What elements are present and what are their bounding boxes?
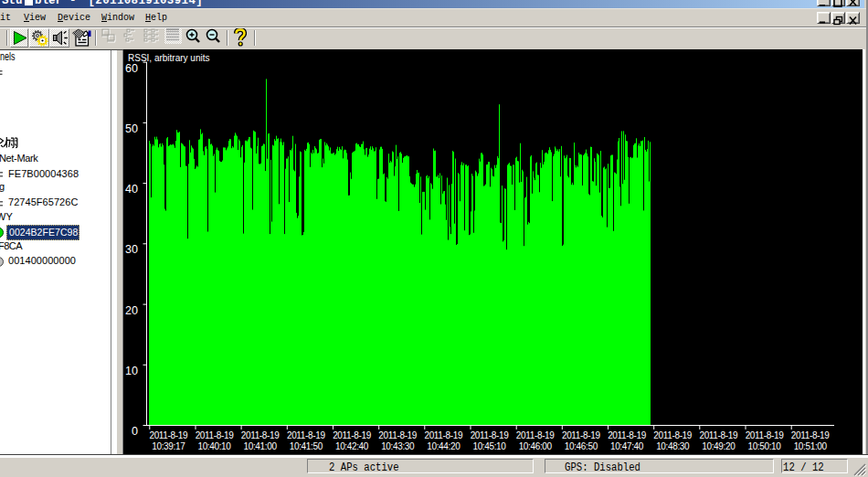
svg-text:2011-8-19: 2011-8-19	[608, 430, 646, 440]
svg-text:10:45:10: 10:45:10	[472, 441, 506, 451]
svg-text:10:39:17: 10:39:17	[152, 441, 185, 451]
svg-text:2011-8-19: 2011-8-19	[196, 430, 234, 440]
svg-text:50: 50	[125, 122, 138, 135]
svg-text:2011-8-19: 2011-8-19	[424, 430, 462, 440]
svg-text:10:42:40: 10:42:40	[335, 441, 369, 451]
svg-text:2011-8-19: 2011-8-19	[562, 430, 600, 440]
svg-text:10:50:10: 10:50:10	[747, 441, 781, 451]
svg-text:30: 30	[125, 243, 138, 256]
svg-text:2011-8-19: 2011-8-19	[333, 430, 371, 440]
svg-text:10:41:00: 10:41:00	[244, 441, 278, 451]
svg-text:2011-8-19: 2011-8-19	[746, 430, 784, 440]
svg-text:20: 20	[125, 304, 138, 317]
svg-text:10:51:00: 10:51:00	[794, 441, 828, 451]
svg-text:2011-8-19: 2011-8-19	[653, 430, 692, 440]
svg-text:2011-8-19: 2011-8-19	[516, 430, 555, 440]
svg-text:60: 60	[125, 62, 138, 75]
svg-text:RSSI, arbitrary units: RSSI, arbitrary units	[128, 53, 209, 63]
svg-text:10:40:10: 10:40:10	[197, 441, 231, 451]
svg-text:0: 0	[132, 425, 138, 438]
svg-text:40: 40	[125, 183, 138, 196]
svg-text:10:41:50: 10:41:50	[290, 441, 323, 451]
svg-text:10:43:30: 10:43:30	[381, 441, 415, 451]
svg-text:2011-8-19: 2011-8-19	[149, 430, 187, 440]
svg-text:10:44:20: 10:44:20	[427, 441, 460, 451]
svg-text:2011-8-19: 2011-8-19	[791, 430, 830, 440]
svg-text:10:49:20: 10:49:20	[702, 441, 736, 451]
svg-text:10:46:50: 10:46:50	[565, 441, 598, 451]
svg-text:2011-8-19: 2011-8-19	[699, 430, 737, 440]
svg-text:2011-8-19: 2011-8-19	[471, 430, 509, 440]
svg-text:10:46:00: 10:46:00	[519, 441, 553, 451]
svg-text:2011-8-19: 2011-8-19	[241, 430, 280, 440]
svg-text:10:48:30: 10:48:30	[656, 441, 690, 451]
svg-text:2011-8-19: 2011-8-19	[287, 430, 325, 440]
svg-text:10:47:40: 10:47:40	[610, 441, 644, 451]
svg-text:2011-8-19: 2011-8-19	[378, 430, 417, 440]
svg-text:10: 10	[125, 365, 138, 377]
